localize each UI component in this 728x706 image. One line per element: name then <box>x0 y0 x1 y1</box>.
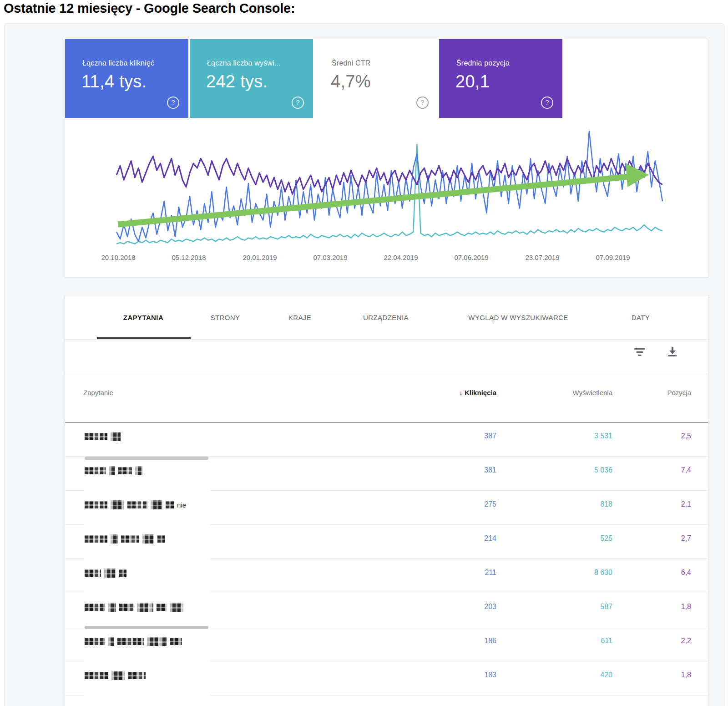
impressions-value: 525 <box>531 534 612 543</box>
pixelated-text-block <box>108 637 114 646</box>
help-icon[interactable]: ? <box>416 97 429 109</box>
tab-daty[interactable]: DATY <box>632 314 650 321</box>
clicks-value: 211 <box>415 569 496 577</box>
sort-desc-icon: ↓ <box>459 389 463 396</box>
position-value: 2,1 <box>609 500 691 508</box>
pixelated-text-block <box>117 638 144 645</box>
metric-value: 4,7% <box>331 72 371 91</box>
metric-card-total-clicks[interactable]: Łączna liczba kliknięć 11,4 tys. ? <box>65 39 188 118</box>
tab-wyglad[interactable]: WYGLĄD W WYSZUKIWARCE <box>468 314 568 321</box>
pixelated-text-block <box>85 638 105 645</box>
divider <box>65 374 708 374</box>
header-divider <box>65 422 708 423</box>
performance-chart-panel: Łączna liczba kliknięć 11,4 tys. ? Łączn… <box>65 39 708 278</box>
metric-cards-row: Łączna liczba kliknięć 11,4 tys. ? Łączn… <box>65 39 564 118</box>
x-axis-tick: 07.03.2019 <box>298 254 362 261</box>
x-axis-tick: 20.10.2018 <box>86 254 150 261</box>
performance-line-chart <box>65 118 709 254</box>
impressions-value: 611 <box>531 637 612 645</box>
pixelated-text-block <box>157 535 165 543</box>
download-icon[interactable] <box>667 345 678 357</box>
pixelated-text-block <box>121 535 139 543</box>
pixelated-text-block <box>170 603 183 612</box>
clicks-value: 183 <box>415 671 496 679</box>
clicks-value: 186 <box>415 637 496 645</box>
position-value: 1,8 <box>609 603 691 611</box>
metric-label: Średni CTR <box>332 59 371 67</box>
metric-card-average-ctr[interactable]: Średni CTR 4,7% ? <box>314 39 438 118</box>
pixelated-text-block <box>147 637 167 646</box>
page-title: Ostatnie 12 miesięcy - Google Search Con… <box>4 1 295 16</box>
column-header-wyswietlenia[interactable]: Wyświetlenia <box>531 389 612 396</box>
position-value: 2,7 <box>609 534 691 543</box>
pixelated-text-block <box>137 603 153 612</box>
pixelated-text-block <box>170 638 182 645</box>
help-icon[interactable]: ? <box>167 97 179 109</box>
pixelated-text-block <box>142 534 154 543</box>
metric-card-total-impressions[interactable]: Łączna liczba wyświ... 242 tys. ? <box>190 39 313 118</box>
pixelated-text-block <box>85 672 108 679</box>
pixelated-text-block <box>135 466 142 475</box>
impressions-value: 5 036 <box>531 466 612 474</box>
x-axis-tick: 07.09.2019 <box>581 254 645 261</box>
redacted-query[interactable] <box>85 534 168 543</box>
redacted-query[interactable] <box>85 603 187 612</box>
pixelated-text-block <box>85 501 107 508</box>
pixelated-text-block <box>109 466 115 475</box>
pixelated-text-block <box>119 604 134 611</box>
redacted-query[interactable]: nie <box>85 500 186 509</box>
pixelated-text-block <box>85 569 101 577</box>
x-axis-tick: 05.12.2018 <box>157 254 221 261</box>
redacted-query[interactable] <box>85 569 130 578</box>
redacted-query[interactable] <box>85 432 124 441</box>
column-header-zapytanie[interactable]: Zapytanie <box>83 389 113 396</box>
redacted-query[interactable] <box>85 671 149 680</box>
column-header-pozycja[interactable]: Pozycja <box>609 389 691 396</box>
metric-card-average-position[interactable]: Średnia pozycja 20,1 ? <box>439 39 562 118</box>
tab-zapytania[interactable]: ZAPYTANIA <box>123 314 163 321</box>
clicks-value: 275 <box>415 500 496 508</box>
clicks-value: 387 <box>415 432 496 440</box>
redaction-bar <box>85 457 208 460</box>
clicks-value: 381 <box>415 466 496 474</box>
impressions-value: 8 630 <box>531 569 612 577</box>
column-header-kliknigcia[interactable]: ↓ Kliknięcia <box>415 389 496 396</box>
position-value: 1,8 <box>609 671 691 679</box>
pixelated-text-block <box>151 500 162 509</box>
redacted-query[interactable] <box>85 637 185 646</box>
position-value: 2,2 <box>609 637 691 645</box>
query-visible-suffix: nie <box>177 501 186 509</box>
position-value: 7,4 <box>609 466 691 474</box>
pixelated-text-block <box>111 534 118 543</box>
impressions-value: 420 <box>531 671 612 679</box>
impressions-value: 587 <box>531 603 612 611</box>
queries-table-panel: ZAPYTANIA STRONY KRAJE URZĄDZENIA WYGLĄD… <box>65 295 708 706</box>
pixelated-text-block <box>104 569 116 578</box>
tab-strony[interactable]: STRONY <box>211 314 240 321</box>
position-value: 6,4 <box>609 569 691 577</box>
metric-label: Łączna liczba kliknięć <box>82 59 154 67</box>
pixelated-text-block <box>85 433 107 440</box>
pixelated-text-block <box>119 569 126 577</box>
metric-label: Średnia pozycja <box>456 59 510 67</box>
impressions-value: 3 531 <box>531 432 612 440</box>
pixelated-text-block <box>111 500 124 509</box>
tab-kraje[interactable]: KRAJE <box>288 314 311 321</box>
pixelated-text-block <box>85 604 105 611</box>
position-value: 2,5 <box>609 432 691 440</box>
pixelated-text-block <box>128 672 146 679</box>
pixelated-text-block <box>111 432 121 441</box>
pixelated-text-block <box>108 603 116 612</box>
redacted-query[interactable] <box>85 466 146 475</box>
help-icon[interactable]: ? <box>541 97 553 109</box>
tab-urzadzenia[interactable]: URZĄDZENIA <box>363 314 409 321</box>
divider <box>65 339 708 340</box>
pixelated-text-block <box>157 604 167 611</box>
clicks-value: 214 <box>415 534 496 543</box>
filter-icon[interactable] <box>634 347 646 359</box>
screenshot-root: Ostatnie 12 miesięcy - Google Search Con… <box>0 0 728 706</box>
help-icon[interactable]: ? <box>292 97 304 109</box>
metric-value: 20,1 <box>455 72 490 91</box>
pixelated-text-block <box>166 501 174 508</box>
x-axis-tick: 20.01.2019 <box>228 254 292 261</box>
